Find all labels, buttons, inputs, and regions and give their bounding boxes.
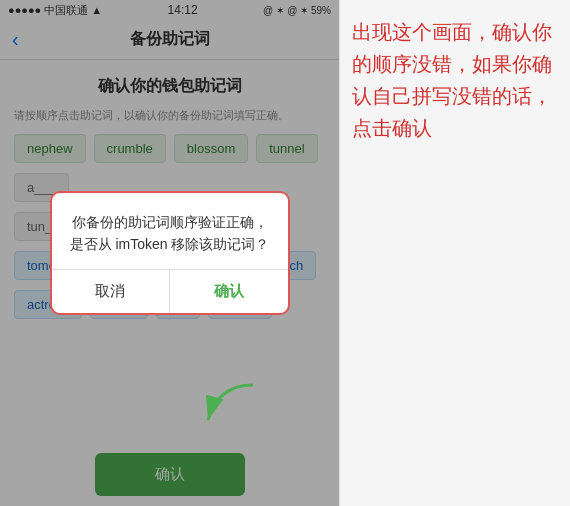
dialog-actions: 取消 确认 (52, 269, 288, 313)
dialog-message: 你备份的助记词顺序验证正确，是否从 imToken 移除该助记词？ (68, 211, 272, 256)
dialog-body: 你备份的助记词顺序验证正确，是否从 imToken 移除该助记词？ (52, 193, 288, 270)
dialog-cancel-button[interactable]: 取消 (52, 270, 171, 313)
confirmation-dialog: 你备份的助记词顺序验证正确，是否从 imToken 移除该助记词？ 取消 确认 (50, 191, 290, 316)
annotation-section: 出现这个画面，确认你的顺序没错，如果你确认自己拼写没错的话，点击确认 (340, 0, 570, 506)
dialog-overlay: 你备份的助记词顺序验证正确，是否从 imToken 移除该助记词？ 取消 确认 (0, 0, 339, 506)
dialog-ok-button[interactable]: 确认 (170, 270, 288, 313)
arrow-annotation (198, 380, 258, 434)
annotation-text: 出现这个画面，确认你的顺序没错，如果你确认自己拼写没错的话，点击确认 (352, 16, 558, 144)
phone-screen: ●●●●● 中国联通 ▲ 14:12 @ ✶ @ ✶ 59% ‹ 备份助记词 确… (0, 0, 340, 506)
